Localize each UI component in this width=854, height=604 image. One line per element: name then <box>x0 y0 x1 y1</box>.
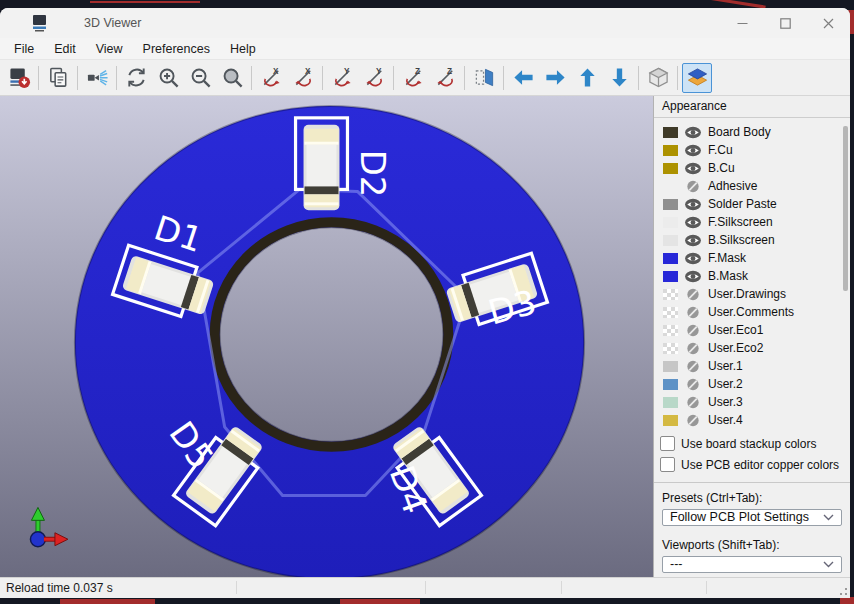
layer-color-swatch[interactable] <box>663 181 678 192</box>
layer-row: User.4 <box>654 411 850 429</box>
visibility-hidden-icon[interactable] <box>684 324 702 337</box>
visibility-eye-icon[interactable] <box>684 234 702 247</box>
orthographic-projection-button[interactable] <box>643 63 673 93</box>
show-appearance-manager-button[interactable] <box>682 63 712 93</box>
toolbar-group <box>82 63 112 93</box>
svg-text:Y: Y <box>343 67 349 76</box>
layer-color-swatch[interactable] <box>663 361 678 372</box>
menu-help[interactable]: Help <box>220 40 266 58</box>
zoom-out-button[interactable] <box>185 63 215 93</box>
layer-label: User.Eco1 <box>708 323 763 337</box>
layer-list: Board BodyF.CuB.CuAdhesiveSolder PasteF.… <box>654 118 850 429</box>
viewports-dropdown[interactable]: --- <box>662 556 842 573</box>
presets-label: Presets (Ctrl+Tab): <box>654 483 850 509</box>
minimize-button[interactable] <box>721 8 764 38</box>
layer-row: Adhesive <box>654 177 850 195</box>
layer-color-swatch[interactable] <box>663 163 678 174</box>
layer-label: User.Eco2 <box>708 341 763 355</box>
layer-list-scrollbar[interactable] <box>843 126 848 291</box>
visibility-eye-icon[interactable] <box>684 198 702 211</box>
visibility-hidden-icon[interactable] <box>684 288 702 301</box>
layer-color-swatch[interactable] <box>663 199 678 210</box>
copy-image-button[interactable] <box>43 63 73 93</box>
3d-viewport[interactable]: D1 D2 D3 D4 <box>0 96 653 577</box>
visibility-eye-icon[interactable] <box>684 144 702 157</box>
visibility-hidden-icon[interactable] <box>684 360 702 373</box>
menu-file[interactable]: File <box>4 40 44 58</box>
maximize-button[interactable] <box>764 8 807 38</box>
layer-row: B.Cu <box>654 159 850 177</box>
checkbox[interactable] <box>660 457 675 472</box>
visibility-hidden-icon[interactable] <box>684 180 702 193</box>
layer-color-swatch[interactable] <box>663 379 678 390</box>
refresh-view-button[interactable] <box>121 63 151 93</box>
layer-color-swatch[interactable] <box>663 271 678 282</box>
resize-grip[interactable] <box>836 584 848 596</box>
toolbar-separator <box>322 66 323 90</box>
reload-board-button[interactable] <box>4 63 34 93</box>
zoom-out-icon <box>189 66 212 89</box>
visibility-hidden-icon[interactable] <box>684 414 702 427</box>
move-up-button[interactable] <box>572 63 602 93</box>
toolbar-group: X X <box>256 63 318 93</box>
move-down-button[interactable] <box>604 63 634 93</box>
window-controls <box>721 8 850 38</box>
axis-orientation-gizmo <box>30 507 67 546</box>
rotate-x-counterclockwise-button[interactable]: X <box>288 63 318 93</box>
appearance-panel: Appearance Board BodyF.CuB.CuAdhesiveSol… <box>653 96 850 577</box>
layer-color-swatch[interactable] <box>663 217 678 228</box>
rotate-y-clockwise-button[interactable]: Y <box>327 63 357 93</box>
layer-row: User.Eco1 <box>654 321 850 339</box>
rotate-z-counterclockwise-button[interactable]: Z <box>430 63 460 93</box>
layer-label: User.Drawings <box>708 287 786 301</box>
layer-color-swatch[interactable] <box>663 397 678 408</box>
layer-color-swatch[interactable] <box>663 235 678 246</box>
menu-preferences[interactable]: Preferences <box>133 40 220 58</box>
layer-color-swatch[interactable] <box>663 145 678 156</box>
move-left-icon <box>512 66 535 89</box>
appearance-header: Appearance <box>654 96 850 118</box>
zoom-to-fit-button[interactable] <box>217 63 247 93</box>
rotate-x-clockwise-button[interactable]: X <box>256 63 286 93</box>
visibility-hidden-icon[interactable] <box>684 378 702 391</box>
desktop-red-trace <box>60 599 155 604</box>
visibility-hidden-icon[interactable] <box>684 396 702 409</box>
presets-dropdown[interactable]: Follow PCB Plot Settings <box>662 509 842 526</box>
layer-color-swatch[interactable] <box>663 343 678 354</box>
visibility-eye-icon[interactable] <box>684 270 702 283</box>
move-right-button[interactable] <box>540 63 570 93</box>
visibility-hidden-icon[interactable] <box>684 306 702 319</box>
layer-color-swatch[interactable] <box>663 415 678 426</box>
visibility-eye-icon[interactable] <box>684 162 702 175</box>
layer-row: B.Mask <box>654 267 850 285</box>
visibility-eye-icon[interactable] <box>684 252 702 265</box>
layer-color-swatch[interactable] <box>663 127 678 138</box>
title-bar[interactable]: 3D Viewer <box>0 8 850 38</box>
layer-row: User.3 <box>654 393 850 411</box>
move-left-button[interactable] <box>508 63 538 93</box>
layer-row: F.Cu <box>654 141 850 159</box>
layer-label: Adhesive <box>708 179 757 193</box>
toolbar-group <box>508 63 634 93</box>
rotate-z-clockwise-button[interactable]: Z <box>398 63 428 93</box>
render-current-view-button[interactable] <box>82 63 112 93</box>
toolbar-separator <box>251 66 252 90</box>
visibility-hidden-icon[interactable] <box>684 342 702 355</box>
menu-edit[interactable]: Edit <box>44 40 86 58</box>
close-button[interactable] <box>807 8 850 38</box>
flip-board-button[interactable] <box>469 63 499 93</box>
layer-color-swatch[interactable] <box>663 253 678 264</box>
zoom-in-button[interactable] <box>153 63 183 93</box>
desktop-red-trace <box>840 597 854 604</box>
layer-color-swatch[interactable] <box>663 325 678 336</box>
status-bar: Reload time 0.037 s <box>0 577 850 598</box>
menu-view[interactable]: View <box>86 40 133 58</box>
layer-color-swatch[interactable] <box>663 289 678 300</box>
layer-color-swatch[interactable] <box>663 307 678 318</box>
show-appearance-manager-icon <box>686 66 709 89</box>
visibility-eye-icon[interactable] <box>684 216 702 229</box>
svg-text:Z: Z <box>414 67 419 76</box>
visibility-eye-icon[interactable] <box>684 126 702 139</box>
checkbox[interactable] <box>660 436 675 451</box>
rotate-y-counterclockwise-button[interactable]: Y <box>359 63 389 93</box>
